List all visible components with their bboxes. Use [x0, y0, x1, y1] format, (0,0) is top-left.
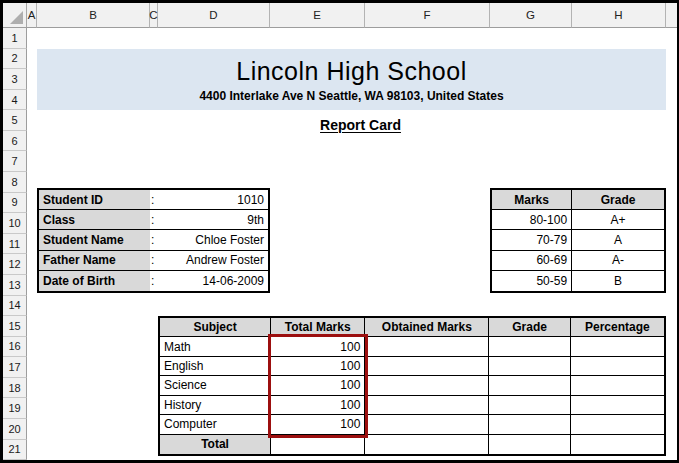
student-info-value[interactable]: Chloe Foster — [158, 230, 268, 250]
grade-cell[interactable] — [489, 376, 570, 395]
column-header-d[interactable]: D — [158, 3, 270, 28]
student-info-value[interactable]: 1010 — [158, 190, 268, 210]
select-all-triangle-icon — [10, 11, 23, 24]
student-info-label[interactable]: Father Name — [39, 251, 150, 271]
student-info-label[interactable]: Date of Birth — [39, 271, 150, 291]
marks-header-percentage[interactable]: Percentage — [571, 318, 664, 337]
obtained-marks-cell[interactable] — [365, 415, 489, 434]
row-header[interactable]: 7 — [3, 151, 27, 172]
row-header[interactable]: 5 — [3, 110, 27, 131]
row-header[interactable]: 4 — [3, 90, 27, 111]
grade-scale-header-marks[interactable]: Marks — [492, 190, 572, 210]
separator-cell[interactable]: : — [150, 190, 158, 210]
row-header[interactable]: 21 — [3, 440, 27, 460]
subject-cell[interactable]: History — [160, 396, 271, 415]
student-info-label[interactable]: Student ID — [39, 190, 150, 210]
grade-scale-marks[interactable]: 60-69 — [492, 251, 572, 271]
row-header[interactable]: 15 — [3, 316, 27, 337]
marks-header-subject[interactable]: Subject — [160, 318, 271, 337]
row-headers: 123456789101112131415161718192021 — [3, 28, 27, 460]
row-header[interactable]: 3 — [3, 69, 27, 90]
student-info-value[interactable]: 14-06-2009 — [158, 271, 268, 291]
grade-cell[interactable] — [489, 357, 570, 376]
select-all-button[interactable] — [3, 3, 27, 28]
separator-cell[interactable]: : — [150, 251, 158, 271]
student-info-value[interactable]: 9th — [158, 210, 268, 230]
marks-table: Subject Total Marks Obtained Marks Grade… — [158, 316, 666, 456]
row-header[interactable]: 6 — [3, 131, 27, 152]
column-header-h[interactable]: H — [572, 3, 666, 28]
grade-scale-marks[interactable]: 50-59 — [492, 271, 572, 291]
student-info-label[interactable]: Student Name — [39, 230, 150, 250]
obtained-marks-cell[interactable] — [365, 376, 489, 395]
row-header[interactable]: 11 — [3, 234, 27, 255]
column-header-c[interactable]: C — [150, 3, 158, 28]
total-row-label[interactable]: Total — [160, 435, 271, 454]
row-header[interactable]: 10 — [3, 213, 27, 234]
grade-scale-grade[interactable]: A+ — [572, 210, 664, 230]
row-header[interactable]: 16 — [3, 337, 27, 358]
spreadsheet-window: A B C D E F G H 123456789101112131415161… — [0, 0, 679, 463]
total-row-grade[interactable] — [489, 435, 570, 454]
column-header-f[interactable]: F — [365, 3, 490, 28]
grade-scale-table: Marks Grade 80-100 A+ 70-79 A 60-69 A- 5… — [490, 188, 666, 293]
student-info-label[interactable]: Class — [39, 210, 150, 230]
marks-header-obtained[interactable]: Obtained Marks — [365, 318, 489, 337]
obtained-marks-cell[interactable] — [365, 337, 489, 356]
total-row-obtained-marks[interactable] — [365, 435, 489, 454]
subject-cell[interactable]: English — [160, 357, 271, 376]
school-name: Lincoln High School — [236, 56, 466, 87]
row-header[interactable]: 19 — [3, 398, 27, 419]
percentage-cell[interactable] — [571, 337, 664, 356]
total-marks-cell[interactable]: 100 — [271, 376, 365, 395]
obtained-marks-cell[interactable] — [365, 357, 489, 376]
row-header[interactable]: 13 — [3, 275, 27, 296]
subject-cell[interactable]: Science — [160, 376, 271, 395]
row-header[interactable]: 12 — [3, 254, 27, 275]
grade-cell[interactable] — [489, 396, 570, 415]
report-card-title-cell[interactable]: Report Card — [37, 117, 666, 133]
column-header-e[interactable]: E — [270, 3, 365, 28]
separator-cell[interactable]: : — [150, 210, 158, 230]
school-banner-cell[interactable]: Lincoln High School 4400 Interlake Ave N… — [37, 49, 666, 110]
percentage-cell[interactable] — [571, 415, 664, 434]
row-header[interactable]: 17 — [3, 357, 27, 378]
separator-cell[interactable]: : — [150, 230, 158, 250]
grade-scale-marks[interactable]: 80-100 — [492, 210, 572, 230]
grade-cell[interactable] — [489, 337, 570, 356]
percentage-cell[interactable] — [571, 357, 664, 376]
grade-scale-marks[interactable]: 70-79 — [492, 230, 572, 250]
grade-scale-grade[interactable]: A- — [572, 251, 664, 271]
row-header[interactable]: 14 — [3, 296, 27, 317]
subject-cell[interactable]: Math — [160, 337, 271, 356]
percentage-cell[interactable] — [571, 396, 664, 415]
row-header[interactable]: 9 — [3, 193, 27, 214]
column-header-g[interactable]: G — [490, 3, 572, 28]
obtained-marks-cell[interactable] — [365, 396, 489, 415]
grade-cell[interactable] — [489, 415, 570, 434]
total-row-total-marks[interactable] — [271, 435, 365, 454]
row-header[interactable]: 20 — [3, 419, 27, 440]
separator-cell[interactable]: : — [150, 271, 158, 291]
grade-scale-grade[interactable]: B — [572, 271, 664, 291]
grade-scale-grade[interactable]: A — [572, 230, 664, 250]
student-info-value[interactable]: Andrew Foster — [158, 251, 268, 271]
total-marks-cell[interactable]: 100 — [271, 415, 365, 434]
total-marks-cell[interactable]: 100 — [271, 357, 365, 376]
marks-header-total[interactable]: Total Marks — [271, 318, 365, 337]
school-address: 4400 Interlake Ave N Seattle, WA 98103, … — [199, 89, 503, 103]
row-header[interactable]: 18 — [3, 378, 27, 399]
marks-header-grade[interactable]: Grade — [489, 318, 570, 337]
subject-cell[interactable]: Computer — [160, 415, 271, 434]
grade-scale-header-grade[interactable]: Grade — [572, 190, 664, 210]
total-marks-cell[interactable]: 100 — [271, 337, 365, 356]
row-header[interactable]: 1 — [3, 28, 27, 49]
total-row-percentage[interactable] — [571, 435, 664, 454]
column-header-a[interactable]: A — [27, 3, 37, 28]
percentage-cell[interactable] — [571, 376, 664, 395]
column-header-b[interactable]: B — [37, 3, 150, 28]
row-header[interactable]: 8 — [3, 172, 27, 193]
column-header-extra[interactable] — [666, 3, 677, 28]
total-marks-cell[interactable]: 100 — [271, 396, 365, 415]
row-header[interactable]: 2 — [3, 49, 27, 70]
